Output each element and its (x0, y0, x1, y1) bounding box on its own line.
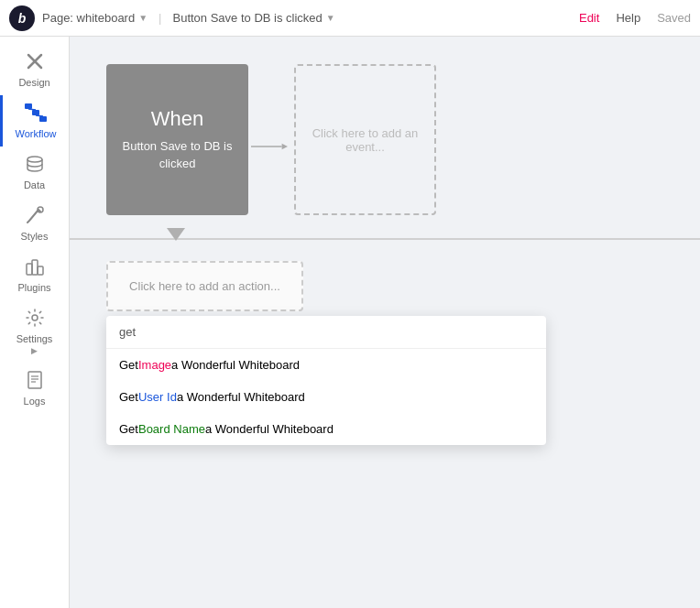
action-placeholder[interactable]: Click here to add an action... (106, 261, 303, 311)
svg-line-6 (36, 115, 43, 116)
edit-button[interactable]: Edit (579, 11, 599, 25)
block-connector (251, 139, 288, 154)
svg-marker-18 (282, 144, 288, 149)
help-button[interactable]: Help (616, 11, 640, 25)
sidebar-item-styles[interactable]: Styles (0, 198, 69, 249)
design-icon (25, 51, 45, 75)
topbar-divider: | (159, 11, 161, 25)
event-label: Button Save to DB is clicked (172, 11, 322, 25)
logs-icon (25, 370, 45, 394)
svg-marker-19 (167, 228, 185, 241)
logs-label: Logs (24, 396, 46, 407)
svg-rect-3 (32, 110, 39, 115)
when-title: When (151, 107, 203, 131)
dropdown-item-get-boardname[interactable]: Get Board Name a Wonderful Whiteboard (106, 413, 546, 445)
dropdown-item-get-userid[interactable]: Get User Id a Wonderful Whiteboard (106, 381, 546, 413)
dropdown-search-text: get (106, 316, 546, 349)
svg-rect-2 (25, 103, 32, 109)
plugins-label: Plugins (17, 282, 50, 293)
svg-rect-9 (27, 264, 32, 275)
workflow-icon (24, 103, 48, 126)
sidebar-item-workflow[interactable]: Workflow (0, 95, 69, 147)
divider-arrow (167, 228, 185, 250)
action-area: Click here to add an action... (106, 261, 303, 311)
styles-label: Styles (21, 231, 49, 242)
sidebar-item-data[interactable]: Data (0, 147, 69, 198)
event-placeholder[interactable]: Click here to add an event... (294, 64, 436, 215)
svg-rect-11 (38, 266, 43, 275)
styles-icon (25, 205, 45, 229)
data-icon (25, 154, 45, 178)
event-caret: ▼ (326, 13, 335, 23)
app-logo: b (9, 5, 35, 31)
sidebar-item-settings[interactable]: Settings ▶ (0, 300, 69, 363)
main-canvas: When Button Save to DB is clicked Click … (70, 37, 700, 608)
dropdown-item-get-image[interactable]: Get Image a Wonderful Whiteboard (106, 349, 546, 381)
event-selector[interactable]: Button Save to DB is clicked ▼ (172, 11, 334, 25)
sidebar: Design Workflow (0, 37, 70, 608)
svg-point-12 (32, 315, 38, 320)
topbar: b Page: whiteboard ▼ | Button Save to DB… (0, 0, 700, 37)
saved-status: Saved (657, 11, 691, 25)
when-block: When Button Save to DB is clicked (106, 64, 248, 215)
sidebar-item-design[interactable]: Design (0, 44, 69, 95)
settings-icon (25, 308, 45, 331)
svg-point-7 (27, 157, 42, 162)
page-selector[interactable]: Page: whiteboard ▼ (42, 11, 148, 25)
design-label: Design (18, 77, 49, 88)
settings-label: Settings (16, 333, 53, 344)
workflow-label: Workflow (15, 128, 56, 139)
sidebar-item-plugins[interactable]: Plugins (0, 249, 69, 300)
plugins-icon (25, 256, 45, 280)
page-label: Page: whiteboard (42, 11, 135, 25)
settings-expand: ▶ (31, 346, 38, 355)
page-caret: ▼ (138, 13, 148, 23)
when-description: Button Save to DB is clicked (115, 138, 239, 171)
canvas-divider (70, 238, 700, 240)
svg-rect-13 (28, 372, 41, 388)
main-layout: Design Workflow (0, 37, 700, 608)
svg-line-5 (28, 109, 36, 110)
svg-rect-10 (32, 260, 38, 275)
data-label: Data (24, 179, 45, 190)
sidebar-item-logs[interactable]: Logs (0, 363, 69, 414)
svg-rect-4 (39, 116, 47, 122)
action-dropdown: get Get Image a Wonderful Whiteboard Get… (106, 316, 546, 445)
